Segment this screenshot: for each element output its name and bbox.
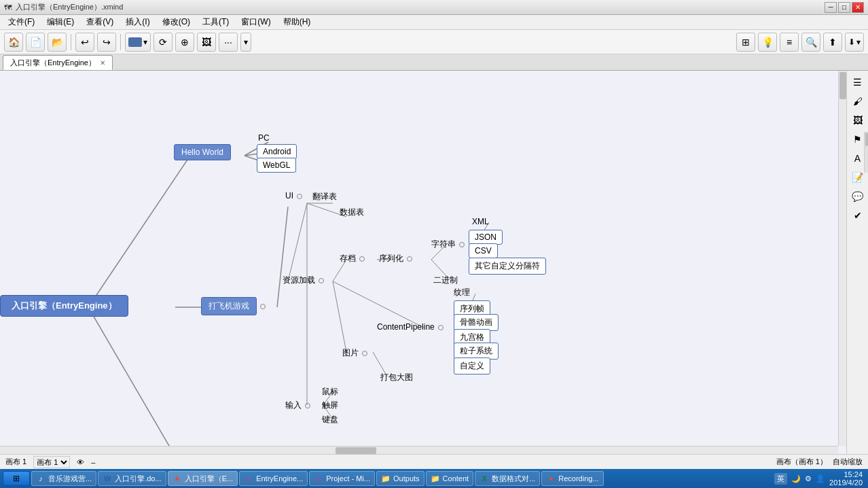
keyboard-node[interactable]: 键盘 bbox=[322, 414, 338, 425]
hello-world-box[interactable]: Hello World bbox=[174, 144, 231, 160]
taskbar-item-content[interactable]: 📁 Content bbox=[426, 471, 474, 486]
toolbar-redo[interactable]: ↪ bbox=[97, 33, 116, 52]
hscrollbar[interactable] bbox=[0, 446, 838, 454]
tab-close-button[interactable]: ✕ bbox=[100, 59, 105, 67]
toolbar-new[interactable]: 📄 bbox=[26, 33, 45, 52]
json-node[interactable]: JSON bbox=[469, 230, 503, 245]
data-table-node[interactable]: 数据表 bbox=[340, 207, 364, 218]
toolbar-insert-topic[interactable]: ⊕ bbox=[175, 33, 194, 52]
settings-icon[interactable]: ⚙ bbox=[805, 474, 812, 483]
csv-box[interactable]: CSV bbox=[469, 243, 498, 258]
toolbar-insert-image[interactable]: 🖼 bbox=[197, 33, 216, 52]
binary-node[interactable]: 二进制 bbox=[433, 275, 458, 286]
statusbar-minus-icon[interactable]: – bbox=[91, 458, 95, 466]
statusbar-eye-icon[interactable]: 👁 bbox=[77, 458, 84, 466]
input-expand[interactable] bbox=[305, 403, 310, 408]
canvas[interactable]: 入口引擎（EntryEngine） Hello World PC Android… bbox=[0, 71, 846, 454]
taskbar-item-excel[interactable]: X 数据格式对... bbox=[475, 471, 540, 486]
maximize-button[interactable]: □ bbox=[838, 2, 850, 13]
rp-comment-btn[interactable]: 💬 bbox=[849, 188, 867, 205]
toolbar-theme[interactable]: ⟳ bbox=[153, 33, 173, 52]
menu-insert[interactable]: 插入(I) bbox=[120, 15, 155, 29]
pc-node[interactable]: PC bbox=[258, 133, 270, 143]
serialize-expand[interactable] bbox=[407, 256, 412, 262]
rp-brush-btn[interactable]: 🖌 bbox=[849, 92, 867, 110]
taskbar-item-vs1[interactable]: ◈ EntryEngine... bbox=[239, 471, 308, 486]
android-node[interactable]: Android bbox=[257, 144, 297, 159]
android-box[interactable]: Android bbox=[257, 144, 297, 159]
toolbar-home[interactable]: 🏠 bbox=[4, 33, 23, 52]
custom-node[interactable]: 自定义 bbox=[454, 358, 490, 374]
taskbar-item-outputs[interactable]: 📁 Outputs bbox=[376, 471, 424, 486]
ui-expand[interactable] bbox=[297, 194, 302, 199]
string-node[interactable]: 字符串 bbox=[431, 239, 466, 250]
taskbar-item-recording[interactable]: ● Recording... bbox=[541, 471, 603, 486]
other-sep-box[interactable]: 其它自定义分隔符 bbox=[469, 258, 546, 275]
toolbar-share[interactable]: ⬆ bbox=[823, 33, 842, 52]
hello-world-node[interactable]: Hello World bbox=[174, 144, 231, 160]
ui-node[interactable]: UI bbox=[285, 191, 304, 201]
menu-edit[interactable]: 编辑(E) bbox=[41, 15, 79, 29]
toolbar-bulb[interactable]: 💡 bbox=[758, 33, 777, 52]
menu-modify[interactable]: 修改(O) bbox=[157, 15, 196, 29]
csv-node[interactable]: CSV bbox=[469, 243, 498, 258]
input-node[interactable]: 输入 bbox=[285, 400, 312, 411]
image-expand[interactable] bbox=[362, 351, 367, 356]
rp-image-btn[interactable]: 🖼 bbox=[849, 111, 867, 129]
webgl-box[interactable]: WebGL bbox=[257, 158, 296, 173]
vscrollbar[interactable] bbox=[838, 71, 846, 446]
minimize-button[interactable]: ─ bbox=[825, 2, 837, 13]
custom-box[interactable]: 自定义 bbox=[454, 358, 490, 374]
taskbar-item-word[interactable]: W 入口引擎.do... bbox=[98, 471, 166, 486]
toolbar-style-dropdown[interactable]: ▾ bbox=[125, 33, 151, 52]
pack-atlas-node[interactable]: 打包大图 bbox=[380, 372, 413, 383]
plane-game-box[interactable]: 打飞机游戏 bbox=[201, 297, 257, 315]
vscroll-thumb[interactable] bbox=[839, 72, 846, 99]
menu-help[interactable]: 帮助(H) bbox=[278, 15, 317, 29]
menu-window[interactable]: 窗口(W) bbox=[236, 15, 276, 29]
assets-load-node[interactable]: 资源加载 bbox=[283, 275, 325, 286]
string-expand[interactable] bbox=[459, 242, 465, 247]
lang-indicator[interactable]: 英 bbox=[774, 473, 787, 485]
close-button[interactable]: ✕ bbox=[852, 2, 864, 13]
tab-main[interactable]: 入口引擎（EntryEngine） ✕ bbox=[3, 55, 113, 70]
menu-view[interactable]: 查看(V) bbox=[81, 15, 119, 29]
menu-tools[interactable]: 工具(T) bbox=[197, 15, 234, 29]
toolbar-undo[interactable]: ↩ bbox=[75, 33, 94, 52]
taskbar-item-xmind[interactable]: ★ 入口引擎（E... bbox=[168, 471, 238, 486]
toolbar-zoom[interactable]: 🔍 bbox=[801, 33, 820, 52]
right-panel-scroll[interactable] bbox=[864, 132, 868, 173]
toolbar-export-dropdown[interactable]: ⬇ ▾ bbox=[845, 33, 864, 52]
root-box[interactable]: 入口引擎（EntryEngine） bbox=[0, 295, 128, 317]
translate-table-node[interactable]: 翻译表 bbox=[312, 191, 337, 203]
webgl-node[interactable]: WebGL bbox=[257, 158, 296, 173]
hscroll-thumb[interactable] bbox=[336, 447, 376, 454]
right-panel-scroll-thumb[interactable] bbox=[865, 133, 868, 146]
root-node[interactable]: 入口引擎（EntryEngine） bbox=[0, 295, 128, 317]
xml-node[interactable]: XML bbox=[472, 217, 489, 226]
touch-node[interactable]: 触屏 bbox=[322, 400, 338, 411]
storage-expand[interactable] bbox=[359, 256, 365, 262]
content-pipeline-expand[interactable] bbox=[438, 325, 444, 330]
serialize-node[interactable]: 序列化 bbox=[379, 253, 414, 264]
rp-topics-btn[interactable]: ☰ bbox=[849, 73, 867, 91]
texture-node[interactable]: 纹理 bbox=[454, 287, 470, 298]
toolbar-more[interactable]: ··· bbox=[219, 33, 238, 52]
toolbar-more-dropdown[interactable]: ▾ bbox=[240, 33, 251, 52]
storage-node[interactable]: 存档 bbox=[340, 253, 366, 264]
toolbar-presentation[interactable]: ⊞ bbox=[736, 33, 755, 52]
statusbar-canvas-select[interactable]: 画布 1 bbox=[33, 456, 70, 468]
ime-moon[interactable]: 🌙 bbox=[791, 474, 801, 483]
start-button[interactable]: ⊞ bbox=[3, 471, 30, 486]
menu-file[interactable]: 文件(F) bbox=[3, 15, 40, 29]
other-sep-node[interactable]: 其它自定义分隔符 bbox=[469, 258, 546, 275]
json-box[interactable]: JSON bbox=[469, 230, 503, 245]
content-pipeline-node[interactable]: ContentPipeline bbox=[377, 322, 445, 332]
plane-game-expand[interactable] bbox=[260, 304, 266, 309]
rp-tasks-btn[interactable]: ✔ bbox=[849, 207, 867, 224]
plane-game-node[interactable]: 打飞机游戏 bbox=[201, 297, 267, 315]
mouse-node[interactable]: 鼠标 bbox=[322, 386, 338, 398]
taskbar-item-music[interactable]: ♪ 音乐游戏营... bbox=[31, 471, 96, 486]
avatar-icon[interactable]: 👤 bbox=[816, 474, 825, 483]
taskbar-item-vs2[interactable]: ◈ Project - Mi... bbox=[309, 471, 375, 486]
